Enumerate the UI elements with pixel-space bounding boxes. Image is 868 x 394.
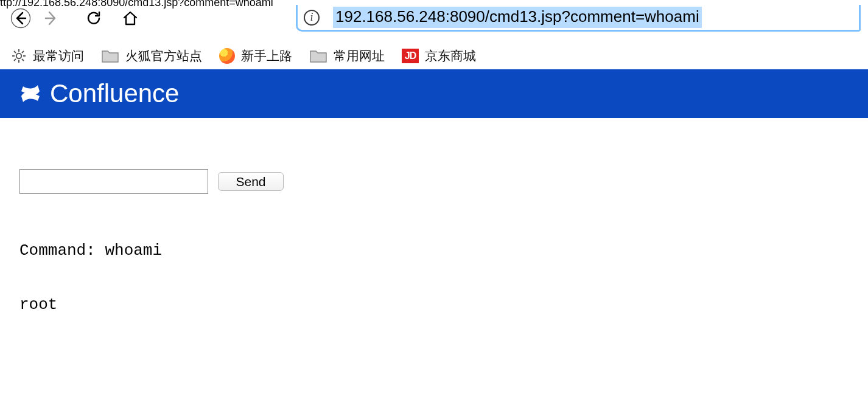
back-button[interactable]: [7, 5, 34, 32]
gear-icon: [11, 48, 27, 64]
bookmark-common-urls[interactable]: 常用网址: [309, 47, 385, 64]
bookmarks-bar: 最常访问 火狐官方站点 新手上路 常用网址 JD 京东商城: [0, 44, 868, 68]
firefox-icon: [219, 48, 235, 64]
bookmark-label: 新手上路: [241, 47, 292, 64]
reload-button[interactable]: [80, 5, 107, 32]
confluence-wordmark: Confluence: [50, 79, 179, 108]
send-button[interactable]: Send: [218, 172, 284, 191]
command-echo: Command: whoami: [19, 241, 284, 260]
bookmark-label: 常用网址: [334, 47, 385, 64]
page-content: Send Command: whoami root: [19, 169, 284, 314]
jd-icon: JD: [402, 49, 419, 63]
bookmark-most-visited[interactable]: 最常访问: [11, 47, 84, 64]
home-button[interactable]: [117, 5, 144, 32]
site-info-icon[interactable]: i: [304, 10, 320, 26]
reload-icon: [86, 10, 102, 26]
arrow-left-icon: [10, 8, 31, 29]
arrow-right-icon: [43, 9, 61, 27]
address-text: 192.168.56.248:8090/cmd13.jsp?comment=wh…: [333, 7, 702, 28]
svg-point-1: [16, 54, 21, 58]
bookmark-label: 最常访问: [33, 47, 84, 64]
command-output: root: [19, 296, 284, 314]
browser-toolbar: i 192.168.56.248:8090/cmd13.jsp?comment=…: [0, 5, 868, 32]
home-icon: [122, 10, 139, 27]
command-input[interactable]: [19, 169, 208, 194]
command-form: Send: [19, 169, 284, 194]
folder-icon: [101, 49, 119, 63]
bookmark-jd-mall[interactable]: JD 京东商城: [402, 47, 476, 64]
forward-button[interactable]: [39, 5, 66, 32]
confluence-mark-icon: [19, 83, 41, 105]
bookmark-firefox-official[interactable]: 火狐官方站点: [101, 47, 202, 64]
bookmark-getting-started[interactable]: 新手上路: [219, 47, 292, 64]
confluence-logo[interactable]: Confluence: [19, 79, 179, 108]
address-bar[interactable]: i 192.168.56.248:8090/cmd13.jsp?comment=…: [296, 5, 861, 32]
bookmark-label: 京东商城: [425, 47, 476, 64]
folder-icon: [309, 49, 327, 63]
bookmark-label: 火狐官方站点: [125, 47, 202, 64]
app-header: Confluence: [0, 69, 868, 118]
